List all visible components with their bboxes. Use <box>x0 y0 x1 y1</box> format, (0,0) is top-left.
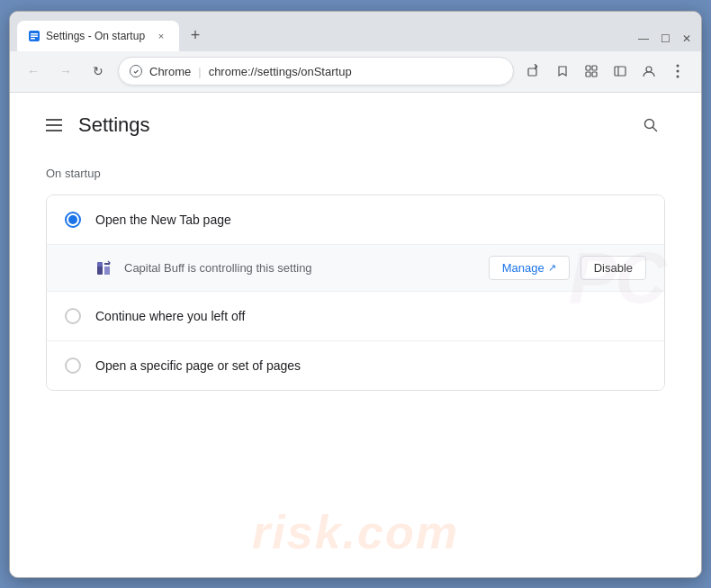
svg-point-15 <box>677 76 680 78</box>
manage-button[interactable]: Manage ↗ <box>489 256 570 280</box>
svg-rect-8 <box>586 72 590 77</box>
extension-text: Capital Buff is controlling this setting <box>124 261 478 275</box>
menu-icon[interactable] <box>46 119 68 131</box>
svg-rect-2 <box>31 35 38 37</box>
toolbar-actions <box>521 59 690 84</box>
svg-point-14 <box>677 70 680 73</box>
svg-rect-7 <box>592 66 597 70</box>
svg-point-13 <box>677 65 680 68</box>
reload-button[interactable]: ↻ <box>86 59 111 84</box>
svg-point-4 <box>130 66 142 77</box>
extensions-button[interactable] <box>579 59 604 84</box>
svg-rect-3 <box>31 38 35 40</box>
window-controls: — ☐ ✕ <box>636 32 694 46</box>
new-tab-button[interactable]: + <box>183 23 208 49</box>
content-area: Settings On startup Open the <box>10 93 701 577</box>
minimize-button[interactable]: — <box>636 32 651 46</box>
search-button[interactable] <box>636 111 665 140</box>
menu-button[interactable] <box>665 59 690 84</box>
option-continue[interactable]: Continue where you left off <box>47 292 664 341</box>
settings-layout: Settings On startup Open the <box>10 93 701 577</box>
account-button[interactable] <box>636 59 662 84</box>
sidebar-button[interactable] <box>608 59 633 84</box>
radio-specific-page[interactable] <box>65 357 81 374</box>
settings-header: Settings <box>46 111 665 140</box>
option-specific-page[interactable]: Open a specific page or set of pages <box>47 341 664 390</box>
svg-rect-9 <box>592 72 597 77</box>
svg-rect-18 <box>97 262 103 267</box>
title-bar: Settings - On startup × + — ☐ ✕ <box>10 12 701 51</box>
svg-rect-10 <box>615 67 626 76</box>
radio-continue[interactable] <box>65 308 81 324</box>
option-continue-label: Continue where you left off <box>95 309 245 323</box>
address-bar[interactable]: Chrome | chrome://settings/onStartup <box>118 57 514 86</box>
disable-button[interactable]: Disable <box>580 256 646 280</box>
chrome-brand-label: Chrome <box>149 65 191 78</box>
tab-close-button[interactable]: × <box>154 29 168 43</box>
settings-main: Settings On startup Open the <box>10 93 701 577</box>
svg-rect-1 <box>31 33 38 35</box>
active-tab[interactable]: Settings - On startup × <box>17 21 179 51</box>
extension-icon <box>95 258 113 276</box>
back-button[interactable]: ← <box>21 59 46 84</box>
extension-item: Capital Buff is controlling this setting… <box>47 245 664 292</box>
forward-button[interactable]: → <box>53 59 78 84</box>
url-separator: | <box>198 65 201 78</box>
security-icon <box>130 65 142 77</box>
maximize-button[interactable]: ☐ <box>658 32 672 46</box>
bookmark-button[interactable] <box>550 59 575 84</box>
svg-rect-5 <box>528 68 536 76</box>
tab-favicon <box>28 30 40 42</box>
options-card: Open the New Tab page <box>46 194 665 391</box>
url-display: chrome://settings/onStartup <box>209 65 502 78</box>
svg-rect-6 <box>586 66 590 70</box>
option-specific-page-label: Open a specific page or set of pages <box>95 358 301 373</box>
browser-window: Settings - On startup × + — ☐ ✕ ← → ↻ Ch… <box>9 11 702 578</box>
radio-new-tab[interactable] <box>65 212 81 228</box>
toolbar: ← → ↻ Chrome | chrome://settings/onStart… <box>10 51 701 93</box>
option-new-tab[interactable]: Open the New Tab page <box>47 195 664 245</box>
section-title: On startup <box>46 167 665 180</box>
share-button[interactable] <box>521 59 546 84</box>
external-link-icon: ↗ <box>548 262 556 274</box>
svg-rect-17 <box>97 266 103 275</box>
close-button[interactable]: ✕ <box>680 32 694 46</box>
tab-title: Settings - On startup <box>46 30 148 42</box>
page-title: Settings <box>78 113 150 137</box>
watermark-bottom: risk.com <box>252 505 459 559</box>
svg-point-12 <box>646 67 652 72</box>
option-new-tab-label: Open the New Tab page <box>95 213 231 227</box>
